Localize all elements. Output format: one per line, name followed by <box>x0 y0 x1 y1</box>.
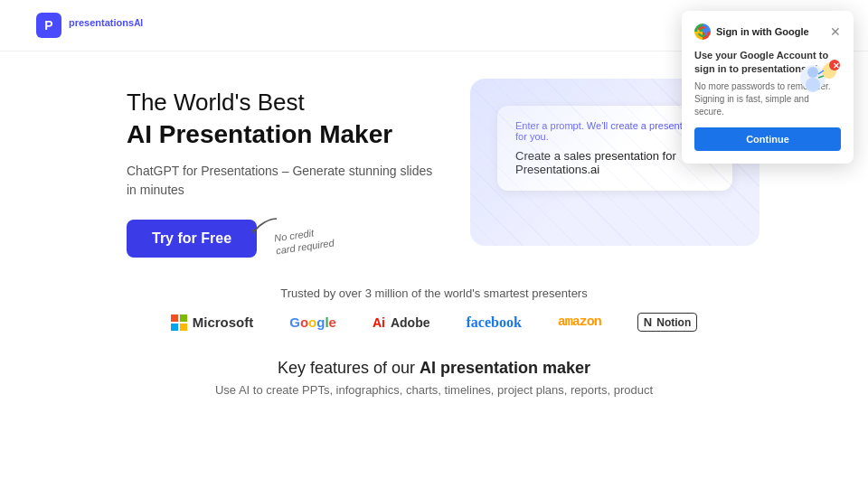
notion-label: Notion <box>656 316 691 329</box>
google-g-icon <box>694 23 711 40</box>
google-logo-svg <box>697 26 708 37</box>
popup-illustration-svg: ✕ <box>795 58 844 99</box>
facebook-label: facebook <box>467 314 522 331</box>
key-features-section: Key features of our AI presentation make… <box>0 341 868 404</box>
logo-notion: N Notion <box>637 313 697 332</box>
svg-point-2 <box>807 67 818 78</box>
logos-row: Microsoft Google Ai Adobe facebook amazo… <box>0 313 868 332</box>
logo-amazon: amazon <box>558 314 601 330</box>
logo-microsoft: Microsoft <box>171 314 254 331</box>
no-credit-text: No credit card required <box>273 224 335 258</box>
key-features-subtext: Use AI to create PPTs, infographics, cha… <box>0 383 868 397</box>
logo-google: Google <box>289 314 336 330</box>
svg-point-3 <box>806 78 820 92</box>
logo[interactable]: P presentationsAI <box>36 13 143 38</box>
popup-continue-button[interactable]: Continue <box>694 127 841 151</box>
logo-icon: P <box>36 13 61 38</box>
cta-area: Try for Free No credit card required <box>127 220 434 258</box>
hero-tagline-bold: AI Presentation Maker <box>127 118 434 151</box>
google-label: Google <box>289 314 336 330</box>
amazon-label: amazon <box>558 314 601 330</box>
google-signin-popup: Sign in with Google ✕ Use your Google Ac… <box>682 11 854 164</box>
hero-subtext: ChatGPT for Presentations – Generate stu… <box>127 162 434 200</box>
notion-icon: N <box>644 315 652 329</box>
popup-illustration: ✕ <box>795 58 844 102</box>
microsoft-icon <box>171 314 187 331</box>
popup-close-button[interactable]: ✕ <box>830 24 841 39</box>
adobe-icon: Ai <box>373 315 385 330</box>
microsoft-label: Microsoft <box>193 314 254 330</box>
trusted-text: Trusted by over 3 million of the world's… <box>0 286 868 300</box>
logo-adobe: Ai Adobe <box>373 315 430 330</box>
logo-text: presentationsAI <box>69 17 143 34</box>
popup-title: Sign in with Google <box>716 26 809 37</box>
trusted-section: Trusted by over 3 million of the world's… <box>0 276 868 341</box>
popup-header: Sign in with Google ✕ <box>694 23 841 40</box>
try-free-button[interactable]: Try for Free <box>127 220 257 258</box>
hero-tagline: The World's Best <box>127 88 434 118</box>
hero-left: The World's Best AI Presentation Maker C… <box>127 79 434 258</box>
adobe-label: Adobe <box>391 315 430 330</box>
logo-facebook: facebook <box>467 314 522 331</box>
popup-header-left: Sign in with Google <box>694 23 809 40</box>
key-features-title: Key features of our AI presentation make… <box>0 359 868 378</box>
no-credit-note: No credit card required <box>268 224 334 254</box>
svg-text:✕: ✕ <box>833 61 840 70</box>
